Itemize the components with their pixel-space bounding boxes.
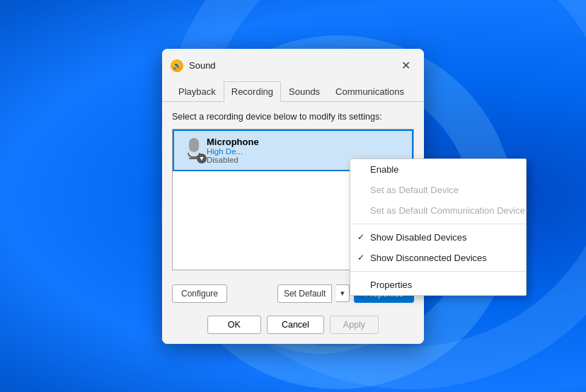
ok-button[interactable]: OK (207, 316, 261, 334)
configure-button[interactable]: Configure (172, 284, 227, 303)
tab-bar: Playback Recording Sounds Communications (162, 81, 424, 102)
device-status: Disabled (207, 156, 259, 164)
device-detail: High De... (207, 147, 259, 156)
dialog-actions: OK Cancel Apply (162, 310, 424, 344)
down-arrow-badge: ▼ (197, 154, 207, 163)
context-item-properties[interactable]: Properties (350, 275, 526, 295)
device-name: Microphone (207, 137, 259, 147)
tab-communications[interactable]: Communications (328, 81, 412, 102)
context-item-set-default: Set as Default Device (350, 180, 526, 200)
dialog-title: Sound (189, 60, 396, 71)
sound-dialog: 🔊 Sound ✕ Playback Recording Sounds Comm… (162, 49, 424, 344)
microphone-icon: ▼ (181, 137, 207, 163)
context-item-enable[interactable]: Enable (350, 159, 526, 180)
tab-recording[interactable]: Recording (224, 81, 281, 102)
set-default-button[interactable]: Set Default (277, 284, 332, 303)
mic-capsule (189, 138, 199, 152)
context-item-set-default-comm: Set as Default Communication Device (350, 200, 526, 221)
apply-button[interactable]: Apply (330, 316, 379, 334)
dialog-overlay: 🔊 Sound ✕ Playback Recording Sounds Comm… (0, 0, 586, 392)
title-bar: 🔊 Sound ✕ (162, 49, 424, 81)
tab-playback[interactable]: Playback (171, 81, 224, 102)
device-info: Microphone High De... Disabled (207, 137, 259, 164)
instruction-text: Select a recording device below to modif… (172, 112, 414, 122)
cancel-button[interactable]: Cancel (267, 316, 324, 334)
context-separator-2 (350, 271, 526, 272)
sound-icon: 🔊 (171, 59, 183, 72)
close-button[interactable]: ✕ (396, 56, 415, 76)
context-menu: Enable Set as Default Device Set as Defa… (350, 158, 527, 296)
context-item-show-disconnected[interactable]: Show Disconnected Devices (350, 248, 526, 268)
set-default-arrow-button[interactable]: ▾ (336, 284, 350, 302)
context-separator-1 (350, 224, 526, 224)
tab-sounds[interactable]: Sounds (281, 81, 328, 102)
context-item-show-disabled[interactable]: Show Disabled Devices (350, 227, 526, 248)
